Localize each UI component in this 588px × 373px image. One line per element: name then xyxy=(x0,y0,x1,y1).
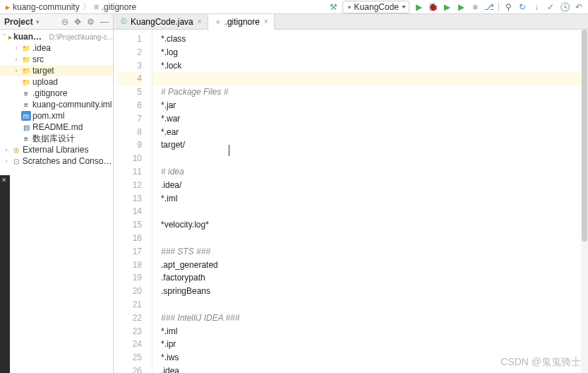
coverage-icon[interactable]: ▶ xyxy=(442,2,452,12)
scratches-icon: ⊡ xyxy=(11,156,21,166)
code[interactable]: *.class*.log*.lock# Package Files #*.jar… xyxy=(152,30,588,373)
tree-item[interactable]: ›📁target xyxy=(0,65,113,76)
module-icon: ▸ xyxy=(8,32,12,42)
line-number: 24 xyxy=(116,338,142,351)
code-area[interactable]: 1234567891011121314151617181920212223242… xyxy=(114,30,588,373)
folder-icon: 📁 xyxy=(21,43,31,53)
profile-icon[interactable]: ▶ xyxy=(456,2,466,12)
code-line[interactable]: .idea/ xyxy=(161,179,580,192)
code-line[interactable]: *.log xyxy=(161,46,580,59)
line-number: 25 xyxy=(116,351,142,365)
editor: ⒸKuangCode.java×≡.gitignore× 12345678910… xyxy=(114,14,588,373)
refresh-icon[interactable]: ↻ xyxy=(517,2,527,12)
expand-icon[interactable]: › xyxy=(3,158,10,165)
expand-icon[interactable]: › xyxy=(13,67,20,74)
hide-icon[interactable]: — xyxy=(100,17,109,27)
update-icon[interactable]: ↓ xyxy=(532,2,541,12)
tree-item[interactable]: ›📁.idea xyxy=(0,42,113,54)
expand-icon[interactable]: › xyxy=(13,45,20,52)
code-line[interactable]: *.jar xyxy=(161,99,580,112)
panel-title[interactable]: Project xyxy=(4,17,33,27)
code-line[interactable]: *.ipr xyxy=(161,338,580,351)
code-line[interactable]: *.ear xyxy=(161,126,580,139)
code-line[interactable]: *velocity.log* xyxy=(161,218,580,232)
java-icon: Ⓒ xyxy=(119,18,128,26)
tab-KuangCode-java[interactable]: ⒸKuangCode.java× xyxy=(114,14,208,29)
code-line[interactable]: *.iml xyxy=(161,325,580,338)
code-line[interactable]: *.class xyxy=(161,32,580,46)
scrollbar-thumb[interactable] xyxy=(582,30,587,242)
run-icon[interactable]: ▶ xyxy=(414,2,424,12)
code-line[interactable] xyxy=(161,298,580,312)
settings-icon[interactable]: ⚙ xyxy=(87,17,95,27)
code-line[interactable]: .apt_generated xyxy=(161,259,580,272)
close-icon[interactable]: × xyxy=(198,18,202,25)
close-icon[interactable]: ✕ xyxy=(1,177,7,184)
tree-item[interactable]: ≡.gitignore xyxy=(0,88,113,99)
dropdown-icon[interactable]: ▾ xyxy=(36,18,40,25)
line-number: 2 xyxy=(116,46,142,59)
code-line[interactable]: .idea xyxy=(161,365,580,373)
tree-root[interactable]: ˅ ▸ kuang-community D:\Project\kuang-c..… xyxy=(0,31,113,42)
stop-icon[interactable]: ■ xyxy=(470,2,480,12)
external-libraries[interactable]: › ⊞ External Libraries xyxy=(0,144,113,155)
tree-item[interactable]: ≡kuang-community.iml xyxy=(0,99,113,110)
select-icon[interactable]: ✥ xyxy=(74,17,81,27)
folder-icon: 📁 xyxy=(21,77,31,87)
commit-icon[interactable]: ✓ xyxy=(546,2,556,12)
code-line[interactable]: ### STS ### xyxy=(161,245,580,259)
code-line[interactable]: *.iws xyxy=(161,351,580,365)
code-line[interactable]: ### IntelliJ IDEA ### xyxy=(161,312,580,325)
line-number: 12 xyxy=(116,179,142,192)
tree-item[interactable]: ›📁src xyxy=(0,54,113,65)
line-number: 13 xyxy=(116,192,142,206)
tree-item[interactable]: 📁upload xyxy=(0,76,113,88)
line-number: 5 xyxy=(116,85,142,99)
libraries-icon: ⊞ xyxy=(11,145,21,155)
src-icon: 📁 xyxy=(21,54,31,64)
file-icon: ≡ xyxy=(94,2,99,12)
code-line[interactable] xyxy=(161,152,580,165)
expand-icon[interactable]: ˅ xyxy=(3,33,6,40)
code-line[interactable]: # Package Files # xyxy=(161,85,580,99)
breadcrumb-file[interactable]: .gitignore xyxy=(102,2,136,12)
tool-window-bar xyxy=(0,175,10,373)
expand-icon[interactable]: › xyxy=(13,56,20,63)
history-icon[interactable]: 🕓 xyxy=(560,2,570,12)
code-line[interactable]: target/ xyxy=(161,138,580,152)
search-icon[interactable]: ⚲ xyxy=(503,2,513,12)
tree-item[interactable]: mpom.xml xyxy=(0,110,113,122)
git-icon[interactable]: ⎇ xyxy=(484,2,494,12)
tree-item[interactable]: ≡数据库设计 xyxy=(0,133,113,144)
line-number: 8 xyxy=(116,126,142,139)
line-number: 21 xyxy=(116,298,142,312)
code-line[interactable]: *.lock xyxy=(161,59,580,73)
breadcrumb-project[interactable]: kuang-community xyxy=(13,2,80,12)
code-line[interactable] xyxy=(161,232,580,245)
line-number: 23 xyxy=(116,325,142,338)
build-icon[interactable]: ⚒ xyxy=(328,2,338,12)
line-number: 14 xyxy=(116,205,142,218)
code-line[interactable] xyxy=(152,72,588,85)
code-line[interactable] xyxy=(161,205,580,218)
code-line[interactable]: .factorypath xyxy=(161,271,580,285)
line-number: 18 xyxy=(116,259,142,272)
scratches[interactable]: › ⊡ Scratches and Consoles xyxy=(0,155,113,167)
tab--gitignore[interactable]: ≡.gitignore× xyxy=(208,14,275,30)
collapse-icon[interactable]: ⊖ xyxy=(61,17,68,27)
revert-icon[interactable]: ↶ xyxy=(574,2,584,12)
run-config-selector[interactable]: ● KuangCode xyxy=(342,1,409,13)
line-number: 20 xyxy=(116,285,142,298)
line-number: 15 xyxy=(116,218,142,232)
close-icon[interactable]: × xyxy=(264,18,268,25)
tree-item[interactable]: ▤README.md xyxy=(0,122,113,133)
code-line[interactable]: .springBeans xyxy=(161,285,580,298)
panel-tools: ⊖ ✥ ⚙ — xyxy=(61,17,109,27)
project-panel-header: Project ▾ ⊖ ✥ ⚙ — xyxy=(0,14,113,30)
debug-icon[interactable]: 🐞 xyxy=(428,2,438,12)
code-line[interactable]: # idea xyxy=(161,165,580,179)
breadcrumb-separator: 〉 xyxy=(83,1,91,13)
code-line[interactable]: *.war xyxy=(161,112,580,126)
expand-icon[interactable]: › xyxy=(3,146,10,153)
code-line[interactable]: *.iml xyxy=(161,192,580,206)
